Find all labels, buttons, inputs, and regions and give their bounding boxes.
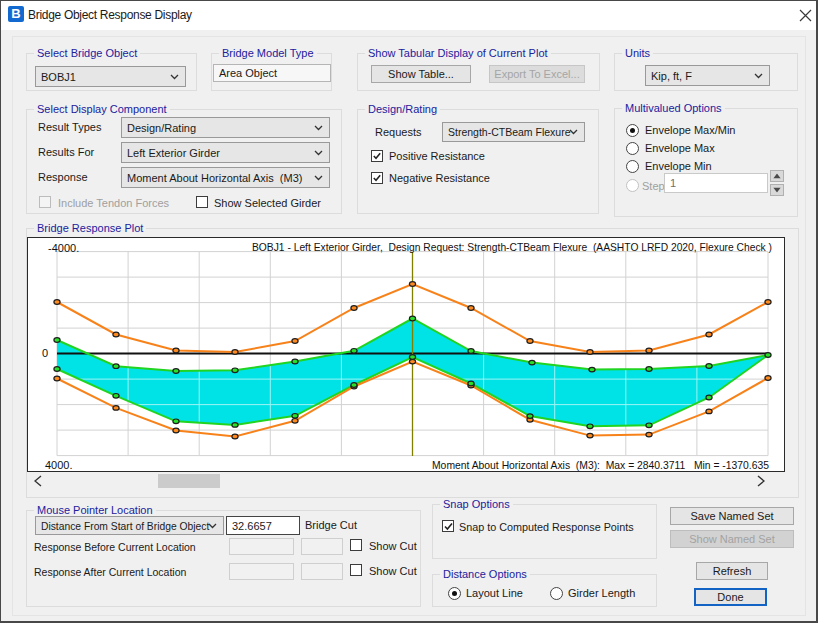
- svg-text:Moment About Horizontal Axis: Moment About Horizontal Axis (M3): Max =…: [432, 459, 769, 471]
- svg-text:BOBJ1 - Left Exterior Girder,: BOBJ1 - Left Exterior Girder, Design Req…: [252, 241, 772, 253]
- svg-text:4000.: 4000.: [45, 459, 73, 471]
- svg-text:-4000.: -4000.: [48, 242, 79, 254]
- svg-text:0: 0: [42, 347, 48, 359]
